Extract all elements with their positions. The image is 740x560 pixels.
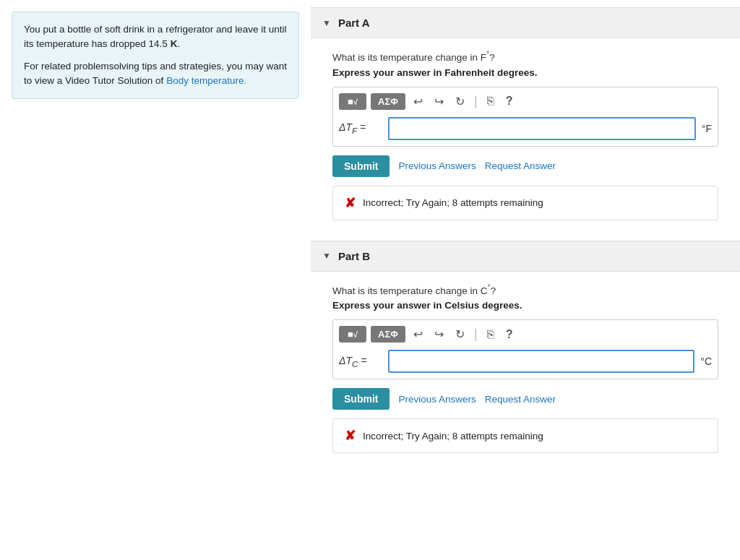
info-box: You put a bottle of soft drink in a refr… <box>12 12 299 99</box>
part-b-toolbar-sep: | <box>474 327 478 342</box>
part-a-submit-button[interactable]: Submit <box>332 155 390 177</box>
part-b-previous-answers-link[interactable]: Previous Answers <box>398 394 476 405</box>
part-a-help-btn[interactable]: ? <box>502 93 517 109</box>
part-a-unit: °F <box>702 123 712 134</box>
part-a-question: What is its temperature change in F°? <box>332 50 718 63</box>
part-a-keyboard-btn[interactable]: ⎘ <box>483 93 498 109</box>
part-a-error-message: Incorrect; Try Again; 8 attempts remaini… <box>363 197 543 208</box>
part-a-chevron[interactable]: ▼ <box>322 18 331 28</box>
part-a-sqrt-icon: ■√ <box>348 96 358 107</box>
part-a-equation-label: ΔTF = <box>339 121 382 135</box>
part-b-request-answer-link[interactable]: Request Answer <box>485 394 556 405</box>
part-a-title: Part A <box>338 17 370 29</box>
part-a-redo-btn[interactable]: ↪ <box>431 93 447 110</box>
body-temperature-link[interactable]: Body temperature. <box>166 75 246 86</box>
part-b-help-btn[interactable]: ? <box>502 327 517 343</box>
part-b-math-container: ■√ ΑΣΦ ↩ ↪ ↻ | ⎘ ? ΔTC = <box>332 319 718 379</box>
part-a-greek-label: ΑΣΦ <box>378 96 398 107</box>
part-b-input[interactable] <box>388 350 694 373</box>
part-a-undo-btn[interactable]: ↩ <box>410 93 426 110</box>
part-b-redo-btn[interactable]: ↪ <box>431 326 447 343</box>
part-b-chevron[interactable]: ▼ <box>322 251 331 261</box>
part-a-greek-btn[interactable]: ΑΣΦ <box>371 93 405 110</box>
part-b-title: Part B <box>338 250 370 262</box>
part-a-sqrt-btn[interactable]: ■√ <box>339 93 366 110</box>
part-b-unit: °C <box>700 356 712 367</box>
part-b-instruction: Express your answer in Celsius degrees. <box>332 300 718 311</box>
part-b-toolbar: ■√ ΑΣΦ ↩ ↪ ↻ | ⎘ ? <box>339 326 712 343</box>
part-a-error-box: ✘ Incorrect; Try Again; 8 attempts remai… <box>332 186 718 220</box>
part-b-submit-button[interactable]: Submit <box>332 388 390 410</box>
part-a-input[interactable] <box>388 117 696 140</box>
part-a-refresh-btn[interactable]: ↻ <box>452 93 468 110</box>
part-b-sqrt-btn[interactable]: ■√ <box>339 326 366 343</box>
description-line2: For related problemsolving tips and stra… <box>24 59 287 89</box>
part-b-question: What is its temperature change in C°? <box>332 283 718 296</box>
part-b-refresh-btn[interactable]: ↻ <box>452 326 468 343</box>
part-a-toolbar: ■√ ΑΣΦ ↩ ↪ ↻ | ⎘ ? <box>339 93 712 110</box>
part-b-section: ▼ Part B What is its temperature change … <box>311 241 740 468</box>
part-a-math-container: ■√ ΑΣΦ ↩ ↪ ↻ | ⎘ ? ΔTF = <box>332 87 718 147</box>
description-line1: You put a bottle of soft drink in a refr… <box>24 22 287 52</box>
right-panel: ▼ Part A What is its temperature change … <box>311 0 740 560</box>
left-panel: You put a bottle of soft drink in a refr… <box>0 0 311 560</box>
part-b-equation-label: ΔTC = <box>339 355 382 369</box>
part-a-error-icon: ✘ <box>345 195 356 211</box>
part-b-error-box: ✘ Incorrect; Try Again; 8 attempts remai… <box>332 418 718 453</box>
part-b-body: What is its temperature change in C°? Ex… <box>311 272 740 468</box>
part-b-keyboard-btn[interactable]: ⎘ <box>483 327 498 343</box>
part-b-sqrt-icon: ■√ <box>348 329 358 340</box>
part-a-previous-answers-link[interactable]: Previous Answers <box>398 160 476 171</box>
part-b-equation-row: ΔTC = °C <box>339 350 712 373</box>
part-b-undo-btn[interactable]: ↩ <box>410 326 426 343</box>
part-b-greek-btn[interactable]: ΑΣΦ <box>371 326 405 343</box>
part-a-section: ▼ Part A What is its temperature change … <box>311 7 740 235</box>
part-a-action-row: Submit Previous Answers Request Answer <box>332 155 718 177</box>
part-a-request-answer-link[interactable]: Request Answer <box>485 160 556 171</box>
part-b-greek-label: ΑΣΦ <box>378 329 398 340</box>
part-a-instruction: Express your answer in Fahrenheit degree… <box>332 67 718 78</box>
part-a-toolbar-sep: | <box>474 94 478 109</box>
part-b-header: ▼ Part B <box>311 241 740 272</box>
part-b-action-row: Submit Previous Answers Request Answer <box>332 388 718 410</box>
part-a-equation-row: ΔTF = °F <box>339 117 712 140</box>
part-b-error-message: Incorrect; Try Again; 8 attempts remaini… <box>363 431 543 441</box>
part-b-error-icon: ✘ <box>345 428 356 444</box>
part-a-header: ▼ Part A <box>311 7 740 38</box>
part-a-body: What is its temperature change in F°? Ex… <box>311 38 740 235</box>
